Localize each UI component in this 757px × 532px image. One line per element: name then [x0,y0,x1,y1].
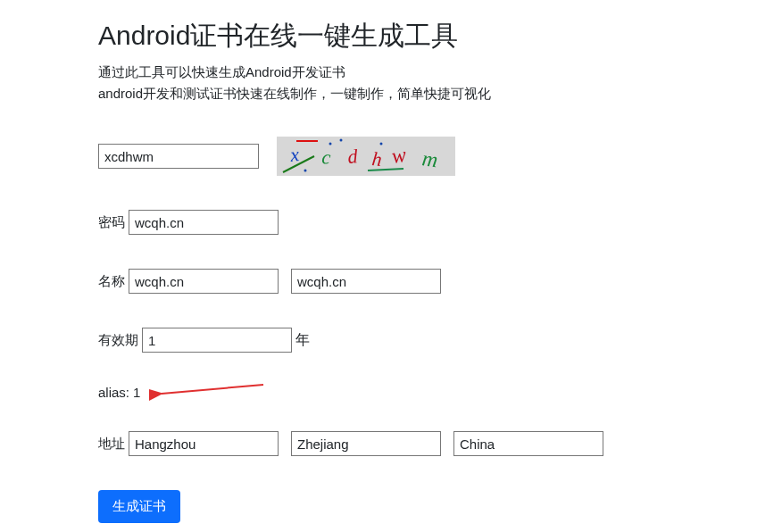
alias-value: 1 [133,385,140,400]
page-subtitle: 通过此工具可以快速生成Android开发证书 android开发和测试证书快速在… [98,62,757,104]
name-input-2[interactable] [291,269,441,294]
password-label: 密码 [98,214,125,231]
address-label: 地址 [98,436,125,453]
validity-input[interactable] [142,328,292,353]
validity-row: 有效期 年 [98,328,757,353]
name-label: 名称 [98,273,125,290]
svg-point-4 [304,170,307,172]
name-input-1[interactable] [129,269,279,294]
captcha-row: x c d h w m [98,137,757,176]
address-city-input[interactable] [129,431,279,456]
captcha-input[interactable] [98,144,259,169]
alias-row: alias: 1 [98,381,757,403]
svg-text:w: w [390,143,407,168]
address-country-input[interactable] [453,431,603,456]
address-row: 地址 [98,431,757,456]
subtitle-line-1: 通过此工具可以快速生成Android开发证书 [98,62,757,83]
svg-text:c: c [321,145,332,169]
svg-line-14 [162,385,263,394]
svg-point-5 [340,139,343,142]
address-province-input[interactable] [291,431,441,456]
name-row: 名称 [98,269,757,294]
validity-label: 有效期 [98,332,138,349]
password-input[interactable] [129,210,279,235]
svg-point-3 [329,143,332,145]
svg-point-6 [380,143,383,145]
arrow-icon [149,381,265,403]
page-title: Android证书在线一键生成工具 [98,18,757,54]
svg-text:d: d [347,145,360,168]
validity-unit: 年 [295,331,310,350]
subtitle-line-2: android开发和测试证书快速在线制作，一键制作，简单快捷可视化 [98,83,757,104]
password-row: 密码 [98,210,757,235]
alias-label: alias: [98,385,129,400]
svg-text:h: h [370,147,383,170]
svg-text:m: m [420,146,439,171]
submit-button[interactable]: 生成证书 [98,490,180,523]
captcha-image[interactable]: x c d h w m [277,137,455,176]
svg-text:x: x [288,143,301,166]
